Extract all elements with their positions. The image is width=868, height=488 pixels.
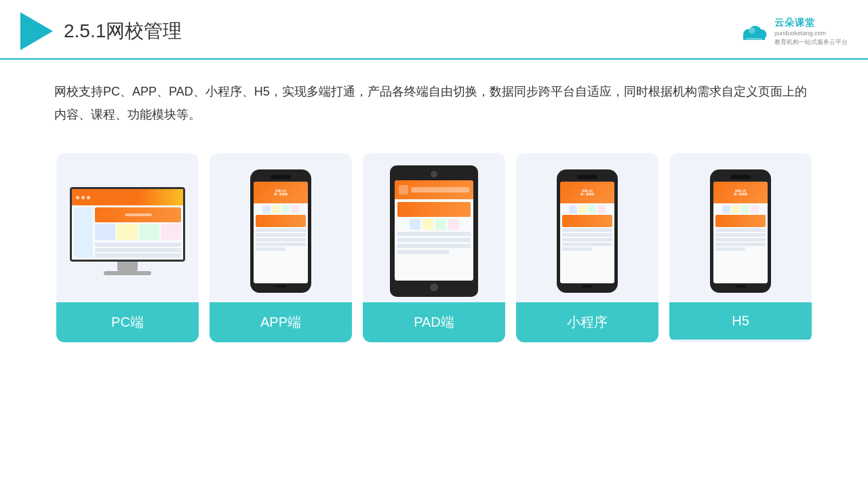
- card-miniprogram-label: 小程序: [516, 302, 658, 342]
- tablet-mock: [390, 165, 478, 297]
- brand-slogan: 教育机构一站式服务云平台: [774, 38, 848, 47]
- logo-triangle-icon: [20, 12, 53, 50]
- phone-mock-mini: 职通人的第一堂网课: [557, 169, 618, 293]
- svg-point-4: [749, 27, 755, 34]
- card-pc-label: PC端: [56, 302, 199, 342]
- card-pad-label: PAD端: [363, 302, 505, 342]
- header-right: 云朵课堂 yunduoketang.com 教育机构一站式服务云平台: [738, 16, 848, 47]
- card-app-image: 职通人的第一堂网课: [210, 153, 352, 302]
- brand-text: 云朵课堂 yunduoketang.com 教育机构一站式服务云平台: [774, 16, 848, 47]
- phone-mock-h5: 职通人的第一堂网课: [710, 169, 771, 293]
- brand-url: yunduoketang.com: [774, 29, 848, 38]
- card-h5-image: 职通人的第一堂网课: [669, 153, 812, 302]
- card-h5: 职通人的第一堂网课: [669, 153, 812, 342]
- card-app: 职通人的第一堂网课: [210, 153, 352, 342]
- card-app-label: APP端: [210, 302, 352, 342]
- description-text: 网校支持PC、APP、PAD、小程序、H5，实现多端打通，产品各终端自由切换，数…: [0, 60, 868, 133]
- page-title: 2.5.1网校管理: [64, 18, 182, 44]
- card-miniprogram: 职通人的第一堂网课: [516, 153, 658, 342]
- header-left: 2.5.1网校管理: [20, 12, 182, 50]
- brand-logo: 云朵课堂 yunduoketang.com 教育机构一站式服务云平台: [738, 16, 848, 47]
- cloud-icon: [738, 20, 770, 42]
- phone-mock-app: 职通人的第一堂网课: [250, 169, 311, 293]
- card-pad-image: [363, 153, 505, 302]
- card-pad: PAD端: [363, 153, 505, 342]
- cards-container: PC端 职通人的第一堂网课: [0, 140, 868, 356]
- brand-name: 云朵课堂: [774, 16, 848, 30]
- card-h5-label: H5: [669, 302, 812, 340]
- card-miniprogram-image: 职通人的第一堂网课: [516, 153, 658, 302]
- card-pc: PC端: [56, 153, 199, 342]
- pc-monitor-icon: [70, 187, 185, 275]
- card-pc-image: [56, 153, 199, 302]
- page-header: 2.5.1网校管理 云朵课堂 yunduoketang.com 教育机构一站式服…: [0, 0, 868, 60]
